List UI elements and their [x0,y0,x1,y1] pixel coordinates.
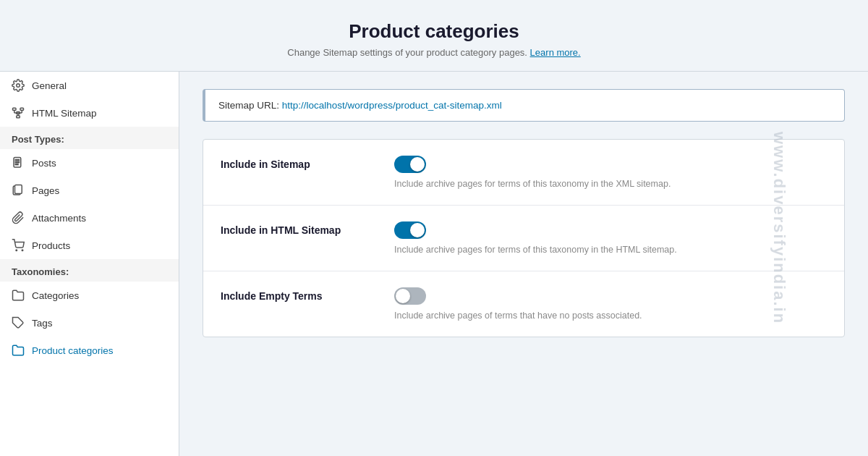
gear-icon [12,79,25,92]
include-html-sitemap-label: Include in HTML Sitemap [221,221,365,236]
folder-alt-icon [12,344,25,357]
toggle-track-off [394,287,426,305]
page-title: Product categories [14,20,854,43]
toggle-thumb-3 [396,289,410,303]
svg-rect-12 [15,162,19,163]
sitemap-url-link[interactable]: http://localhost/wordpress/product_cat-s… [282,100,502,111]
include-html-sitemap-toggle[interactable] [394,221,677,239]
include-empty-terms-toggle[interactable] [394,287,642,305]
sidebar-item-categories-label: Categories [32,290,79,301]
sidebar: General HTML Sitemap Post Types: Posts P… [0,72,179,456]
svg-point-17 [22,250,23,251]
sidebar-item-categories[interactable]: Categories [0,282,179,309]
document-icon [12,156,25,169]
include-html-sitemap-control: Include archive pages for terms of this … [394,221,677,255]
sidebar-item-general[interactable]: General [0,72,179,99]
taxonomies-label: Taxonomies: [0,259,179,282]
svg-rect-4 [20,108,24,110]
include-empty-terms-label: Include Empty Terms [221,287,365,302]
include-sitemap-control: Include archive pages for terms of this … [394,156,671,189]
sidebar-item-tags[interactable]: Tags [0,309,179,337]
include-empty-terms-control: Include archive pages of terms that have… [394,287,642,321]
sidebar-item-attachments[interactable]: Attachments [0,204,179,232]
attachment-icon [12,211,25,224]
sidebar-item-tags-label: Tags [32,318,53,329]
pages-icon [12,184,25,197]
post-types-label: Post Types: [0,127,179,149]
cart-icon [12,239,25,252]
sidebar-item-posts-label: Posts [32,158,56,169]
svg-rect-13 [15,164,18,165]
sitemap-icon [12,106,25,119]
content-area: Sitemap URL: http://localhost/wordpress/… [179,72,868,456]
sidebar-item-products[interactable]: Products [0,232,179,259]
setting-row-include-sitemap: Include in Sitemap Include archive pages… [203,140,844,206]
folder-icon [12,289,25,302]
learn-more-link[interactable]: Learn more. [530,47,581,58]
sidebar-item-html-sitemap-label: HTML Sitemap [32,108,97,119]
sidebar-item-html-sitemap[interactable]: HTML Sitemap [0,99,179,127]
svg-point-16 [16,250,17,251]
sidebar-item-general-label: General [32,80,67,91]
sidebar-item-pages[interactable]: Pages [0,177,179,204]
sidebar-item-product-categories-label: Product categories [32,345,114,356]
svg-rect-3 [17,116,20,118]
sidebar-item-attachments-label: Attachments [32,213,86,224]
toggle-track-on-2 [394,221,426,239]
page-description: Change Sitemap settings of your product … [14,47,854,58]
sidebar-item-products-label: Products [32,240,70,251]
svg-rect-1 [13,108,17,110]
page-header: Product categories Change Sitemap settin… [0,0,868,72]
sidebar-item-pages-label: Pages [32,185,59,196]
tag-icon [12,316,25,329]
include-sitemap-toggle[interactable] [394,156,671,173]
svg-point-0 [17,84,20,88]
include-html-sitemap-description: Include archive pages for terms of this … [394,245,677,255]
toggle-thumb [410,157,425,172]
main-layout: General HTML Sitemap Post Types: Posts P… [0,72,868,456]
setting-row-include-html-sitemap: Include in HTML Sitemap Include archive … [203,206,844,271]
svg-rect-15 [15,185,22,194]
sitemap-url-box: Sitemap URL: http://localhost/wordpress/… [203,89,845,122]
svg-rect-11 [15,160,19,161]
toggle-track-on [394,156,426,173]
setting-row-include-empty-terms: Include Empty Terms Include archive page… [203,271,844,337]
sitemap-url-label: Sitemap URL: [218,100,279,111]
sidebar-item-posts[interactable]: Posts [0,149,179,177]
settings-container: Include in Sitemap Include archive pages… [203,139,845,337]
toggle-thumb-2 [410,223,425,237]
include-empty-terms-description: Include archive pages of terms that have… [394,311,642,321]
sidebar-item-product-categories[interactable]: Product categories [0,337,179,364]
include-sitemap-description: Include archive pages for terms of this … [394,179,671,189]
include-sitemap-label: Include in Sitemap [221,156,365,170]
